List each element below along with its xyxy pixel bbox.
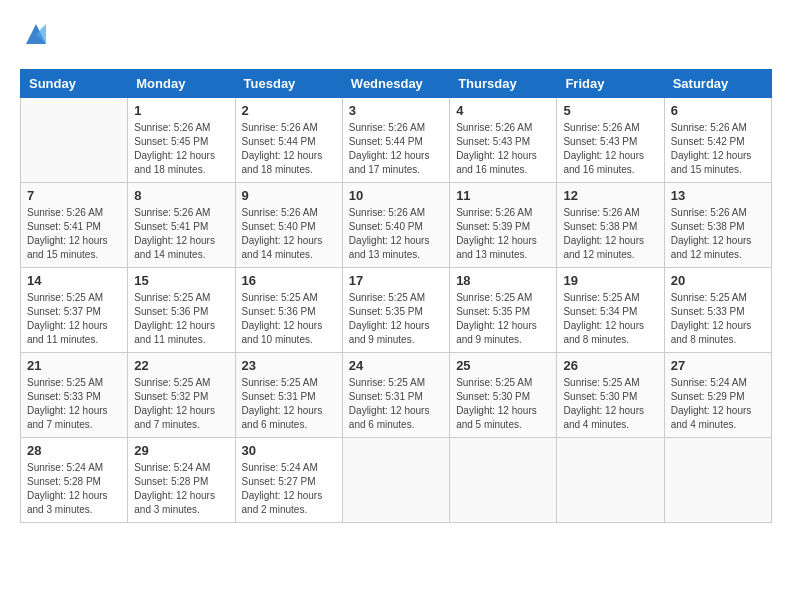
day-info: Sunrise: 5:26 AM Sunset: 5:41 PM Dayligh… [134,206,228,262]
calendar-cell: 8Sunrise: 5:26 AM Sunset: 5:41 PM Daylig… [128,183,235,268]
calendar-cell [450,438,557,523]
day-number: 9 [242,188,336,203]
day-info: Sunrise: 5:24 AM Sunset: 5:27 PM Dayligh… [242,461,336,517]
day-info: Sunrise: 5:25 AM Sunset: 5:30 PM Dayligh… [563,376,657,432]
page-header [20,20,772,53]
day-info: Sunrise: 5:25 AM Sunset: 5:31 PM Dayligh… [242,376,336,432]
calendar-cell: 23Sunrise: 5:25 AM Sunset: 5:31 PM Dayli… [235,353,342,438]
calendar-cell: 20Sunrise: 5:25 AM Sunset: 5:33 PM Dayli… [664,268,771,353]
day-info: Sunrise: 5:26 AM Sunset: 5:38 PM Dayligh… [671,206,765,262]
calendar-cell: 25Sunrise: 5:25 AM Sunset: 5:30 PM Dayli… [450,353,557,438]
column-header-sunday: Sunday [21,70,128,98]
day-number: 24 [349,358,443,373]
day-number: 14 [27,273,121,288]
day-info: Sunrise: 5:26 AM Sunset: 5:42 PM Dayligh… [671,121,765,177]
calendar-cell: 18Sunrise: 5:25 AM Sunset: 5:35 PM Dayli… [450,268,557,353]
calendar-cell: 24Sunrise: 5:25 AM Sunset: 5:31 PM Dayli… [342,353,449,438]
logo-icon [22,20,50,48]
day-number: 18 [456,273,550,288]
day-info: Sunrise: 5:24 AM Sunset: 5:28 PM Dayligh… [134,461,228,517]
day-info: Sunrise: 5:25 AM Sunset: 5:37 PM Dayligh… [27,291,121,347]
day-number: 23 [242,358,336,373]
calendar-cell: 4Sunrise: 5:26 AM Sunset: 5:43 PM Daylig… [450,98,557,183]
day-number: 10 [349,188,443,203]
column-header-friday: Friday [557,70,664,98]
day-number: 5 [563,103,657,118]
calendar-week-row: 28Sunrise: 5:24 AM Sunset: 5:28 PM Dayli… [21,438,772,523]
calendar-cell [21,98,128,183]
day-info: Sunrise: 5:25 AM Sunset: 5:35 PM Dayligh… [349,291,443,347]
calendar-cell: 3Sunrise: 5:26 AM Sunset: 5:44 PM Daylig… [342,98,449,183]
calendar-cell: 16Sunrise: 5:25 AM Sunset: 5:36 PM Dayli… [235,268,342,353]
calendar-cell: 21Sunrise: 5:25 AM Sunset: 5:33 PM Dayli… [21,353,128,438]
day-number: 12 [563,188,657,203]
day-info: Sunrise: 5:26 AM Sunset: 5:38 PM Dayligh… [563,206,657,262]
calendar-cell: 2Sunrise: 5:26 AM Sunset: 5:44 PM Daylig… [235,98,342,183]
calendar-week-row: 1Sunrise: 5:26 AM Sunset: 5:45 PM Daylig… [21,98,772,183]
calendar-cell [664,438,771,523]
day-info: Sunrise: 5:25 AM Sunset: 5:36 PM Dayligh… [134,291,228,347]
day-info: Sunrise: 5:26 AM Sunset: 5:41 PM Dayligh… [27,206,121,262]
calendar-cell: 5Sunrise: 5:26 AM Sunset: 5:43 PM Daylig… [557,98,664,183]
calendar-cell: 19Sunrise: 5:25 AM Sunset: 5:34 PM Dayli… [557,268,664,353]
calendar-cell: 17Sunrise: 5:25 AM Sunset: 5:35 PM Dayli… [342,268,449,353]
calendar-cell: 15Sunrise: 5:25 AM Sunset: 5:36 PM Dayli… [128,268,235,353]
day-number: 16 [242,273,336,288]
calendar-cell: 28Sunrise: 5:24 AM Sunset: 5:28 PM Dayli… [21,438,128,523]
day-info: Sunrise: 5:26 AM Sunset: 5:40 PM Dayligh… [349,206,443,262]
calendar-cell: 11Sunrise: 5:26 AM Sunset: 5:39 PM Dayli… [450,183,557,268]
calendar-cell [342,438,449,523]
calendar-cell: 30Sunrise: 5:24 AM Sunset: 5:27 PM Dayli… [235,438,342,523]
day-number: 1 [134,103,228,118]
day-number: 30 [242,443,336,458]
day-info: Sunrise: 5:26 AM Sunset: 5:43 PM Dayligh… [563,121,657,177]
calendar-table: SundayMondayTuesdayWednesdayThursdayFrid… [20,69,772,523]
day-number: 20 [671,273,765,288]
column-header-tuesday: Tuesday [235,70,342,98]
day-number: 8 [134,188,228,203]
calendar-cell: 13Sunrise: 5:26 AM Sunset: 5:38 PM Dayli… [664,183,771,268]
calendar-cell: 6Sunrise: 5:26 AM Sunset: 5:42 PM Daylig… [664,98,771,183]
day-info: Sunrise: 5:26 AM Sunset: 5:39 PM Dayligh… [456,206,550,262]
day-number: 7 [27,188,121,203]
day-info: Sunrise: 5:26 AM Sunset: 5:44 PM Dayligh… [242,121,336,177]
day-number: 22 [134,358,228,373]
calendar-cell [557,438,664,523]
day-info: Sunrise: 5:25 AM Sunset: 5:33 PM Dayligh… [671,291,765,347]
day-number: 27 [671,358,765,373]
day-info: Sunrise: 5:26 AM Sunset: 5:44 PM Dayligh… [349,121,443,177]
calendar-cell: 9Sunrise: 5:26 AM Sunset: 5:40 PM Daylig… [235,183,342,268]
day-number: 25 [456,358,550,373]
calendar-cell: 26Sunrise: 5:25 AM Sunset: 5:30 PM Dayli… [557,353,664,438]
logo [20,20,50,53]
day-info: Sunrise: 5:25 AM Sunset: 5:33 PM Dayligh… [27,376,121,432]
day-info: Sunrise: 5:24 AM Sunset: 5:29 PM Dayligh… [671,376,765,432]
day-number: 28 [27,443,121,458]
column-header-thursday: Thursday [450,70,557,98]
calendar-header-row: SundayMondayTuesdayWednesdayThursdayFrid… [21,70,772,98]
day-number: 17 [349,273,443,288]
calendar-week-row: 14Sunrise: 5:25 AM Sunset: 5:37 PM Dayli… [21,268,772,353]
day-number: 3 [349,103,443,118]
day-number: 2 [242,103,336,118]
calendar-week-row: 21Sunrise: 5:25 AM Sunset: 5:33 PM Dayli… [21,353,772,438]
day-info: Sunrise: 5:26 AM Sunset: 5:40 PM Dayligh… [242,206,336,262]
column-header-wednesday: Wednesday [342,70,449,98]
day-number: 13 [671,188,765,203]
calendar-cell: 7Sunrise: 5:26 AM Sunset: 5:41 PM Daylig… [21,183,128,268]
calendar-week-row: 7Sunrise: 5:26 AM Sunset: 5:41 PM Daylig… [21,183,772,268]
day-info: Sunrise: 5:25 AM Sunset: 5:31 PM Dayligh… [349,376,443,432]
day-info: Sunrise: 5:26 AM Sunset: 5:43 PM Dayligh… [456,121,550,177]
day-info: Sunrise: 5:25 AM Sunset: 5:30 PM Dayligh… [456,376,550,432]
day-number: 15 [134,273,228,288]
day-info: Sunrise: 5:25 AM Sunset: 5:34 PM Dayligh… [563,291,657,347]
calendar-cell: 27Sunrise: 5:24 AM Sunset: 5:29 PM Dayli… [664,353,771,438]
calendar-cell: 22Sunrise: 5:25 AM Sunset: 5:32 PM Dayli… [128,353,235,438]
day-number: 29 [134,443,228,458]
calendar-cell: 10Sunrise: 5:26 AM Sunset: 5:40 PM Dayli… [342,183,449,268]
day-info: Sunrise: 5:24 AM Sunset: 5:28 PM Dayligh… [27,461,121,517]
day-number: 26 [563,358,657,373]
day-info: Sunrise: 5:25 AM Sunset: 5:32 PM Dayligh… [134,376,228,432]
day-number: 19 [563,273,657,288]
calendar-cell: 12Sunrise: 5:26 AM Sunset: 5:38 PM Dayli… [557,183,664,268]
